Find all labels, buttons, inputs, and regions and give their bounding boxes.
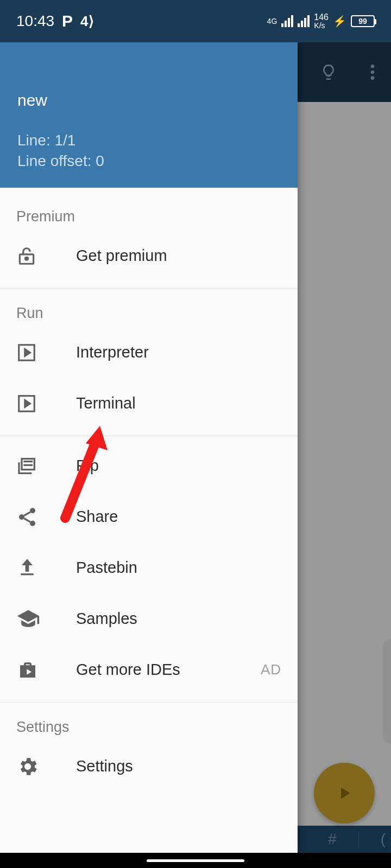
network-type-label: 4G (267, 17, 278, 25)
briefcase-play-icon (16, 659, 49, 681)
share-icon (16, 506, 49, 528)
svg-point-10 (19, 514, 24, 520)
item-interpreter[interactable]: Interpreter (0, 327, 298, 378)
svg-point-4 (25, 257, 28, 260)
svg-point-9 (30, 508, 35, 513)
status-bar: 10:43 P 4⟩ 4G 146 K/s ⚡ 99 (0, 0, 391, 42)
item-terminal[interactable]: Terminal (0, 378, 298, 429)
app-notif-4d-icon: 4⟩ (80, 13, 93, 30)
svg-rect-7 (23, 461, 33, 462)
battery-icon: 99 (351, 15, 375, 27)
ad-badge: AD (261, 661, 281, 678)
item-more-ides[interactable]: Get more IDEs AD (0, 644, 298, 695)
net-speed-value: 146 (314, 13, 329, 22)
school-icon (16, 607, 49, 631)
svg-point-11 (30, 520, 35, 526)
play-box-icon (16, 393, 49, 414)
section-settings-label: Settings (0, 703, 298, 741)
item-pastebin[interactable]: Pastebin (0, 542, 298, 593)
drawer-header: new Line: 1/1 Line offset: 0 (0, 42, 298, 188)
signal-icon-2 (298, 15, 310, 27)
item-share[interactable]: Share (0, 492, 298, 542)
signal-icon (281, 15, 293, 27)
clock: 10:43 (16, 12, 54, 30)
item-label: Get more IDEs (76, 661, 180, 679)
item-get-premium[interactable]: Get premium (0, 231, 298, 282)
item-label: Pastebin (76, 559, 137, 577)
play-box-icon (16, 342, 49, 363)
app-notif-p-icon: P (62, 12, 73, 30)
section-run-label: Run (0, 289, 298, 327)
library-icon (16, 455, 49, 477)
item-samples[interactable]: Samples (0, 593, 298, 644)
upload-icon (16, 557, 49, 579)
item-label: Pip (76, 457, 99, 475)
home-indicator[interactable] (147, 859, 244, 862)
item-settings[interactable]: Settings (0, 741, 298, 792)
system-nav-bar (0, 853, 391, 868)
item-label: Samples (76, 610, 137, 628)
item-label: Get premium (76, 247, 167, 265)
charging-icon: ⚡ (333, 15, 346, 28)
item-label: Settings (76, 757, 133, 775)
drawer-offset-info: Line offset: 0 (17, 151, 280, 171)
gear-icon (16, 755, 49, 778)
drawer-file-title: new (17, 91, 280, 110)
item-label: Share (76, 508, 118, 526)
drawer-line-info: Line: 1/1 (17, 130, 280, 151)
net-speed-unit: K/s (314, 22, 325, 29)
item-label: Interpreter (76, 343, 149, 361)
item-label: Terminal (76, 394, 136, 412)
item-pip[interactable]: Pip (0, 441, 298, 492)
section-premium-label: Premium (0, 192, 298, 231)
nav-drawer: new Line: 1/1 Line offset: 0 Premium Get… (0, 42, 298, 853)
unlock-icon (16, 246, 49, 266)
svg-rect-8 (23, 464, 33, 465)
